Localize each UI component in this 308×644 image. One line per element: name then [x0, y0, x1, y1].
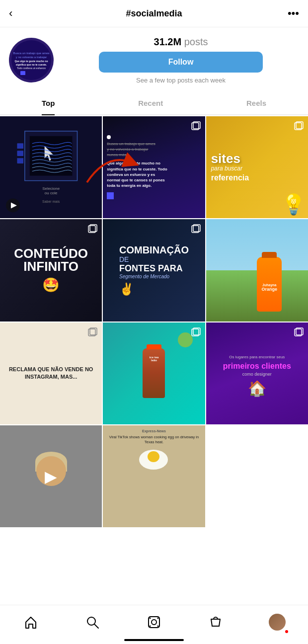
nav-profile[interactable]: [265, 610, 289, 634]
cell2-line3: nunca más.: [107, 152, 201, 158]
grid-item-4[interactable]: CONTEÚDO INFINITO 🤩: [0, 219, 102, 321]
nav-home[interactable]: [19, 610, 43, 634]
svg-point-38: [152, 620, 156, 625]
search-icon: [85, 615, 99, 629]
avatar: Busca un trabajo que ames y no volverás …: [9, 38, 54, 82]
avatar-inner: Busca un trabajo que ames y no volverás …: [11, 40, 51, 80]
multi-post-icon-9: [293, 326, 304, 337]
svg-rect-10: [30, 136, 73, 176]
profile-avatar: [269, 614, 286, 631]
cell9-main: primeiros clientes: [223, 362, 291, 371]
grid-item-6[interactable]: Juhayna Orange: [206, 219, 308, 321]
cell6-brand: Juhayna: [262, 283, 278, 287]
svg-text:y no volverás a trabajar: y no volverás a trabajar: [16, 56, 47, 59]
nav-reels[interactable]: [142, 610, 166, 634]
grid-item-2[interactable]: Busca un trabajo que ames y no volverás …: [103, 116, 205, 218]
cell2-bold: Que algo te guste mucho no significa que…: [107, 161, 201, 188]
cell5-sub: DE: [119, 255, 189, 264]
svg-point-42: [157, 626, 159, 627]
reels-icon: [147, 615, 161, 629]
svg-rect-13: [17, 159, 23, 163]
cell3-main: sites: [211, 151, 240, 166]
multi-post-icon-5: [190, 223, 201, 234]
cell2-line2: y no volverás a trabajar: [107, 147, 201, 152]
svg-text:Selecione: Selecione: [42, 186, 60, 191]
cell7-text: RECLAMA QUE NÃO VENDE NO INSTAGRAM, MAS.…: [4, 366, 98, 381]
svg-text:ou cole: ou cole: [45, 191, 58, 195]
cell9-sub: como designer: [223, 372, 291, 377]
cell4-emoji: 🤩: [14, 277, 88, 293]
svg-line-36: [94, 624, 98, 628]
grid-item-11[interactable]: Express-News Viral TikTok shows woman co…: [103, 425, 205, 527]
shop-icon: [209, 615, 223, 629]
notification-dot: [284, 629, 289, 634]
svg-text:significa que no te cueste.: significa que no te cueste.: [16, 63, 47, 66]
tabs: Top Recent Reels: [0, 92, 308, 115]
grid-item-9[interactable]: Os lugares para encontrar seus primeiros…: [206, 322, 308, 424]
svg-text:Todo conlleva un esfuerzo: Todo conlleva un esfuerzo: [17, 67, 46, 70]
more-options-button[interactable]: •••: [283, 7, 299, 20]
tab-top[interactable]: Top: [42, 99, 55, 115]
cell12-header: Express-News: [142, 429, 166, 433]
svg-rect-12: [17, 151, 23, 156]
svg-point-40: [157, 618, 159, 619]
posts-stat: 31.2M posts: [154, 36, 208, 48]
cell2-line1: Busca un trabajo que ames: [107, 141, 201, 147]
multi-post-icon: [190, 120, 201, 131]
bottom-nav: [0, 605, 308, 644]
nav-search[interactable]: [80, 610, 104, 634]
grid-item-8[interactable]: ice tea leão: [103, 322, 205, 424]
svg-text:Que algo te guste mucho no: Que algo te guste mucho no: [14, 60, 48, 63]
play-icon: ▶: [45, 467, 57, 486]
grid-item-1[interactable]: Selecione ou cole Saber mais: [0, 116, 102, 218]
cell9-title: Os lugares para encontrar seus: [223, 355, 291, 360]
cell5-sub2: FONTES PARA: [119, 263, 189, 274]
profile-section: Busca un trabajo que ames y no volverás …: [0, 27, 308, 89]
cell5-main: COMBINAÇÃO: [119, 244, 189, 255]
post-grid: Selecione ou cole Saber mais Busca un tr…: [0, 116, 308, 527]
grid-item-5[interactable]: COMBINAÇÃO DE FONTES PARA Segmento de Me…: [103, 219, 205, 321]
page-title: #socialmedia: [126, 8, 182, 19]
svg-point-41: [150, 626, 151, 627]
cell3-sub: para buscar: [211, 165, 242, 172]
multi-post-icon-8: [190, 326, 201, 337]
profile-info: 31.2M posts Follow See a few top posts e…: [63, 36, 299, 84]
cell6-product: Orange: [262, 287, 278, 292]
svg-rect-6: [20, 71, 25, 75]
follow-button[interactable]: Follow: [99, 52, 263, 73]
cell4-main2: INFINITO: [14, 260, 88, 273]
cell3-sub2: referencia: [211, 173, 249, 182]
grid-item-10[interactable]: ▶: [0, 425, 102, 527]
tab-reels[interactable]: Reels: [246, 99, 266, 109]
home-indicator: [124, 639, 184, 641]
nav-shop[interactable]: [204, 610, 228, 634]
multi-post-icon-4: [87, 223, 98, 234]
grid-item-7[interactable]: RECLAMA QUE NÃO VENDE NO INSTAGRAM, MAS.…: [0, 322, 102, 424]
multi-post-icon-7: [87, 326, 98, 337]
tab-recent[interactable]: Recent: [138, 99, 163, 109]
svg-text:Saber mais: Saber mais: [42, 200, 60, 203]
cell8-brand2: leão: [151, 359, 157, 362]
cell12-text: Viral TikTok shows woman cooking egg on …: [107, 435, 201, 445]
grid-item-3[interactable]: sites para buscar referencia 💡: [206, 116, 308, 218]
home-icon: [24, 615, 38, 629]
svg-text:Busca un trabajo que ames: Busca un trabajo que ames: [13, 52, 49, 55]
see-posts-text: See a few top posts each week: [136, 77, 226, 84]
svg-rect-11: [17, 144, 23, 149]
svg-point-39: [150, 618, 151, 619]
top-bar: ‹ #socialmedia •••: [0, 0, 308, 27]
back-button[interactable]: ‹: [9, 7, 25, 20]
cell4-main: CONTEÚDO: [14, 247, 88, 260]
cell5-sub3: Segmento de Mercado: [119, 274, 189, 279]
